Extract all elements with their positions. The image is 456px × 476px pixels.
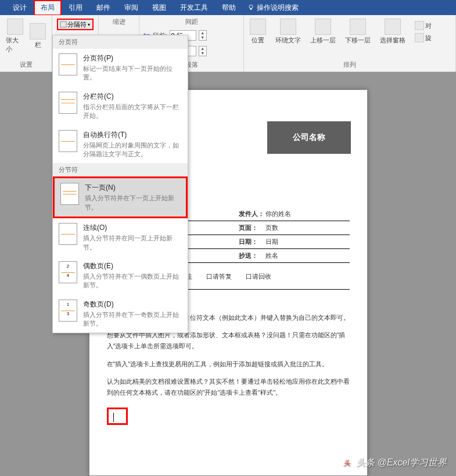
odd-page-item[interactable]: 13 奇数页(D)插入分节符并在下一奇数页上开始新节。 bbox=[53, 295, 188, 333]
size-button[interactable]: 张大小 bbox=[3, 17, 26, 55]
spacing-before-spinner[interactable]: ▲▼ bbox=[199, 30, 207, 41]
tab-review[interactable]: 审阅 bbox=[117, 0, 145, 16]
page-setup-group-label: 设置 bbox=[3, 60, 48, 69]
even-page-icon: 24 bbox=[59, 261, 77, 283]
tab-view[interactable]: 视图 bbox=[145, 0, 173, 16]
toutiao-icon: 头 bbox=[341, 457, 353, 469]
even-page-item[interactable]: 24 偶数页(E)插入分节符并在下一偶数页上开始新节。 bbox=[53, 257, 188, 295]
next-page-item[interactable]: 下一页(N)插入分节符并在下一页上开始新节。 bbox=[53, 176, 188, 218]
date-value[interactable]: 日期 bbox=[265, 235, 350, 248]
tab-references[interactable]: 引用 bbox=[62, 0, 89, 16]
tab-developer[interactable]: 开发工具 bbox=[173, 0, 215, 16]
breaks-icon bbox=[59, 20, 67, 28]
page-breaks-section: 分页符 bbox=[53, 35, 188, 49]
rotate-button[interactable]: 旋 bbox=[412, 32, 434, 44]
section-breaks-section: 分节符 bbox=[53, 163, 188, 176]
columns-button[interactable]: 栏 bbox=[27, 22, 48, 51]
spacing-after-spinner[interactable]: ▲▼ bbox=[199, 46, 207, 56]
page-break-icon bbox=[59, 53, 77, 75]
watermark: 头 头条 @Excel学习世界 bbox=[341, 457, 447, 469]
odd-page-icon: 13 bbox=[59, 300, 77, 322]
send-backward-button[interactable]: 下移一层 bbox=[343, 17, 373, 46]
from-label: 发件人： bbox=[239, 207, 265, 221]
tab-layout[interactable]: 布局 bbox=[34, 0, 62, 16]
align-button[interactable]: 对 bbox=[412, 20, 434, 31]
selection-pane-button[interactable]: 选择窗格 bbox=[378, 17, 408, 46]
tab-mailings[interactable]: 邮件 bbox=[89, 0, 117, 16]
pages-value[interactable]: 页数 bbox=[265, 221, 350, 235]
column-break-icon bbox=[59, 92, 77, 114]
lightbulb-icon bbox=[247, 4, 254, 11]
bring-forward-button[interactable]: 上移一层 bbox=[308, 17, 338, 46]
indent-header: 缩进 bbox=[102, 17, 135, 26]
paragraph-4[interactable]: 认为如此精美的文档很难设置格式？其实不然！要通过单击轻松地应用你在此文档中看到的… bbox=[107, 376, 350, 398]
wrap-text-button[interactable]: 环绕文字 bbox=[273, 17, 303, 46]
continuous-item[interactable]: 连续(O)插入分节符并在同一页上开始新节。 bbox=[53, 218, 188, 257]
breaks-dropdown-button[interactable]: 分隔符 ▾ bbox=[57, 19, 94, 30]
ribbon-tabs: 设计 布局 引用 邮件 审阅 视图 开发工具 帮助 操作说明搜索 bbox=[0, 0, 456, 15]
arrange-group-label: 排列 bbox=[247, 60, 452, 69]
paragraph-3[interactable]: 在"插入"选项卡上查找更易用的工具，例如用于添加超链接或插入批注的工具。 bbox=[107, 359, 350, 370]
tab-help[interactable]: 帮助 bbox=[215, 0, 243, 16]
next-page-icon bbox=[60, 183, 79, 205]
from-value[interactable]: 你的姓名 bbox=[265, 207, 350, 221]
tell-me-search[interactable]: 操作说明搜索 bbox=[247, 3, 299, 13]
cc-label: 抄送： bbox=[239, 248, 265, 262]
svg-rect-1 bbox=[250, 9, 252, 10]
svg-text:头: 头 bbox=[343, 459, 351, 467]
continuous-icon bbox=[59, 223, 77, 245]
recycle-check[interactable]: 口请回收 bbox=[246, 272, 271, 281]
reply-check[interactable]: 口请答复 bbox=[206, 272, 232, 281]
cc-value[interactable]: 姓名 bbox=[265, 248, 350, 262]
date-label: 日期： bbox=[239, 235, 265, 248]
company-name-box[interactable]: 公司名称 bbox=[267, 121, 351, 154]
cursor-position[interactable] bbox=[107, 408, 128, 425]
pages-label: 页面： bbox=[239, 221, 265, 235]
svg-rect-2 bbox=[60, 21, 66, 27]
text-wrapping-icon bbox=[59, 130, 77, 152]
text-wrapping-item[interactable]: 自动换行符(T)分隔网页上的对象周围的文字，如分隔题注文字与正文。 bbox=[53, 125, 188, 164]
column-break-item[interactable]: 分栏符(C)指示分栏符后面的文字将从下一栏开始。 bbox=[53, 87, 188, 125]
breaks-dropdown-menu: 分页符 分页符(P)标记一页结束与下一页开始的位置。 分栏符(C)指示分栏符后面… bbox=[52, 35, 188, 333]
svg-point-0 bbox=[249, 5, 253, 9]
spacing-header: 间距 bbox=[143, 17, 240, 26]
page-break-item[interactable]: 分页符(P)标记一页结束与下一页开始的位置。 bbox=[53, 49, 188, 87]
tab-design[interactable]: 设计 bbox=[6, 0, 34, 16]
position-button[interactable]: 位置 bbox=[247, 17, 268, 46]
